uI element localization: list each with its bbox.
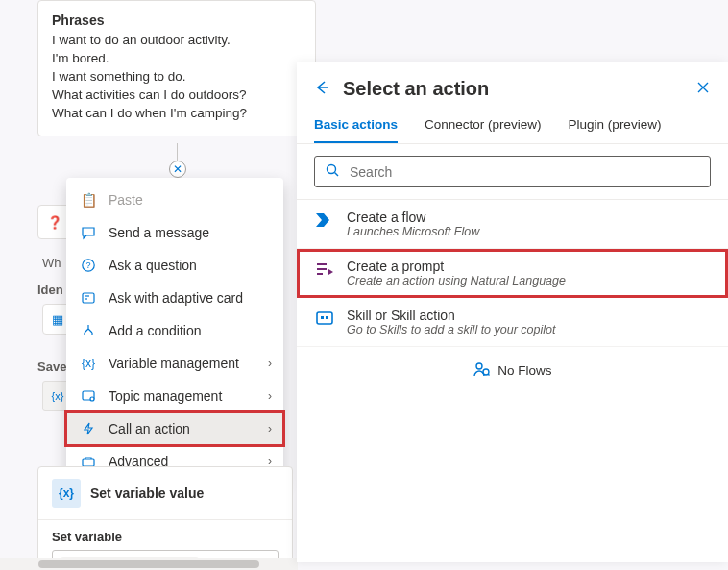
search-icon: [325, 162, 340, 181]
flow-icon: [314, 210, 335, 231]
phrase-line: I want to do an outdoor activity.: [52, 32, 302, 50]
action-create-prompt[interactable]: Create a prompt Create an action using N…: [297, 249, 728, 298]
phrase-line: What can I do when I'm camping?: [52, 105, 302, 123]
setvar-field-label: Set variable: [52, 530, 279, 544]
svg-text:?: ?: [85, 260, 90, 270]
search-input[interactable]: [348, 163, 700, 181]
variable-icon: {x}: [52, 390, 64, 402]
ctx-call-an-action[interactable]: Call an action ›: [66, 412, 283, 445]
select-action-panel: Select an action Basic actions Connector…: [297, 62, 728, 562]
question-icon: ❓: [47, 215, 62, 230]
action-list: Create a flow Launches Microsoft Flow Cr…: [297, 199, 728, 562]
svg-line-18: [488, 374, 490, 376]
phrases-title: Phrases: [52, 12, 302, 28]
ctx-label: Paste: [109, 192, 143, 208]
chevron-right-icon: ›: [268, 357, 272, 370]
bg-label: Wh: [42, 256, 67, 275]
phrase-line: What activities can I do outdoors?: [52, 87, 302, 105]
skill-icon: [314, 308, 335, 329]
svg-rect-2: [83, 293, 94, 303]
connector-line: [177, 143, 178, 161]
paste-icon: 📋: [80, 191, 97, 209]
ctx-label: Variable management: [109, 356, 239, 371]
ctx-label: Ask a question: [109, 258, 197, 273]
person-icon: [473, 360, 490, 381]
phrase-line: I want something to do.: [52, 68, 302, 87]
set-variable-node[interactable]: {x} Set variable value Set variable {x} …: [37, 466, 293, 570]
variable-icon: {x}: [80, 355, 97, 372]
ctx-topic-management[interactable]: Topic management ›: [66, 380, 283, 412]
search-box[interactable]: [314, 156, 711, 187]
ctx-variable-management[interactable]: {x} Variable management ›: [66, 347, 283, 380]
action-title: Create a flow: [347, 210, 479, 225]
ctx-label: Call an action: [109, 421, 190, 436]
chevron-right-icon: ›: [268, 389, 272, 403]
svg-line-9: [335, 173, 339, 177]
no-flows-label: No Flows: [497, 363, 551, 378]
svg-rect-14: [321, 316, 324, 319]
horizontal-scrollbar[interactable]: [0, 558, 298, 570]
panel-title: Select an action: [343, 78, 684, 100]
ctx-label: Topic management: [109, 388, 222, 404]
tab-plugin-preview[interactable]: Plugin (preview): [569, 108, 662, 143]
svg-rect-13: [317, 312, 332, 324]
question-icon: ?: [80, 257, 97, 274]
phrase-line: I'm bored.: [52, 50, 302, 68]
card-icon: [80, 289, 97, 307]
ctx-adaptive-card[interactable]: Ask with adaptive card: [66, 282, 283, 314]
no-flows-row: No Flows: [297, 347, 728, 394]
ctx-label: Ask with adaptive card: [109, 290, 243, 306]
arrow-left-icon: [314, 79, 331, 96]
add-node-button[interactable]: ✕: [169, 161, 186, 178]
ctx-ask-question[interactable]: ? Ask a question: [66, 249, 283, 282]
panel-header: Select an action: [297, 62, 728, 108]
action-subtitle: Create an action using Natural Language: [347, 274, 566, 287]
trigger-phrases-card[interactable]: Phrases I want to do an outdoor activity…: [37, 0, 316, 136]
close-icon: [695, 80, 711, 95]
topic-icon: [80, 387, 97, 405]
ctx-label: Add a condition: [109, 323, 202, 338]
scrollbar-thumb[interactable]: [38, 560, 259, 568]
chevron-right-icon: ›: [268, 422, 272, 435]
svg-point-8: [328, 165, 336, 174]
action-subtitle: Launches Microsoft Flow: [347, 225, 479, 238]
ctx-label: Send a message: [109, 225, 209, 240]
panel-tabs: Basic actions Connector (preview) Plugin…: [297, 108, 728, 144]
action-skill[interactable]: Skill or Skill action Go to Skills to ad…: [297, 298, 728, 347]
svg-rect-15: [326, 316, 328, 319]
ctx-add-condition[interactable]: Add a condition: [66, 314, 283, 347]
svg-point-16: [476, 363, 482, 369]
tab-basic-actions[interactable]: Basic actions: [314, 108, 398, 143]
action-title: Skill or Skill action: [347, 308, 555, 323]
close-icon: ✕: [173, 162, 182, 176]
action-subtitle: Go to Skills to add a skill to your copi…: [347, 323, 555, 336]
action-create-flow[interactable]: Create a flow Launches Microsoft Flow: [297, 200, 728, 249]
setvar-header: {x} Set variable value: [38, 467, 292, 520]
action-title: Create a prompt: [347, 259, 566, 274]
grid-icon: ▦: [52, 312, 63, 327]
svg-point-6: [90, 397, 94, 401]
tab-connector-preview[interactable]: Connector (preview): [425, 108, 542, 143]
authoring-canvas: Phrases I want to do an outdoor activity…: [0, 0, 728, 570]
bolt-icon: [80, 420, 97, 437]
panel-close-button[interactable]: [695, 80, 711, 99]
setvar-title: Set variable value: [90, 485, 204, 501]
ctx-send-message[interactable]: Send a message: [66, 216, 283, 249]
prompt-icon: [314, 259, 335, 280]
ctx-paste[interactable]: 📋 Paste: [66, 184, 283, 216]
svg-rect-7: [83, 459, 94, 466]
back-button[interactable]: [314, 79, 331, 100]
variable-node-icon: {x}: [52, 479, 81, 508]
add-node-context-menu: 📋 Paste Send a message ? Ask a question …: [66, 178, 283, 483]
branch-icon: [80, 322, 97, 339]
chat-icon: [80, 224, 97, 241]
search-wrap: [297, 144, 728, 199]
